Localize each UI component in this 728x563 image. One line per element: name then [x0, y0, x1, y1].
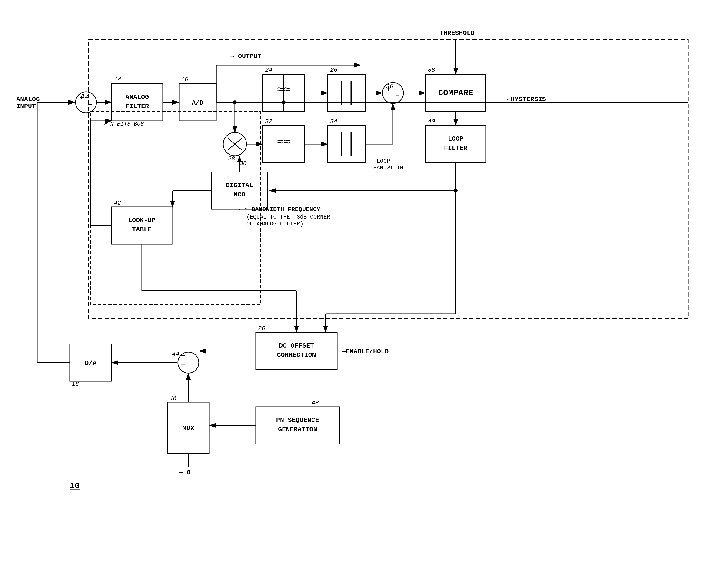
ref-44: 44: [172, 351, 179, 358]
svg-rect-27: [256, 332, 337, 370]
ref-48: 48: [312, 399, 319, 406]
output-label: → OUTPUT: [230, 53, 261, 60]
ref-24: 24: [265, 66, 272, 73]
svg-rect-76: [91, 112, 260, 305]
loop-bw-label2: BANDWIDTH: [373, 165, 403, 171]
svg-rect-13: [328, 126, 365, 163]
svg-rect-25: [112, 207, 172, 244]
svg-rect-24: [212, 172, 267, 209]
loop-filter-label1: LOOP: [448, 135, 463, 142]
lut-label1: LOOK-UP: [128, 217, 156, 224]
bw-freq-note2: OF ANALOG FILTER): [246, 221, 303, 227]
svg-point-44: [233, 100, 237, 104]
loop-bw-label1: LOOP: [377, 158, 390, 164]
enable-hold-label: ←ENABLE/HOLD: [342, 348, 389, 355]
bp2-symbol: ≈≈: [277, 136, 290, 149]
svg-text:−: −: [88, 101, 93, 109]
mux-label: MUX: [183, 425, 194, 432]
compare-label: COMPARE: [438, 88, 473, 98]
hystersis-label: ←HYSTERSIS: [507, 96, 546, 103]
diagram-container: 12 + − ANALOG FILTER 14 A/D 16 ≈≈ 24 26 …: [12, 12, 716, 551]
ref-26: 26: [330, 66, 337, 73]
svg-point-42: [282, 100, 286, 104]
svg-text:+: +: [386, 85, 391, 93]
nco-label1: DIGITAL: [226, 182, 253, 189]
svg-rect-9: [328, 74, 365, 112]
dc-label2: CORRECTION: [277, 351, 316, 359]
dac-label: D/A: [85, 360, 97, 367]
analog-input-label: ANALOG: [16, 96, 40, 103]
zero-label: ← 0: [179, 469, 191, 476]
ref-42: 42: [114, 199, 121, 206]
pn-label1: PN SEQUENCE: [276, 417, 319, 424]
adc-label: A/D: [192, 99, 203, 106]
ref-46: 46: [169, 395, 176, 402]
ref-20: 20: [258, 325, 265, 332]
nco-label2: NCO: [234, 191, 245, 198]
analog-input-label2: INPUT: [16, 103, 36, 110]
svg-rect-32: [256, 407, 339, 444]
pn-label2: GENERATION: [278, 426, 317, 433]
dc-label1: DC OFFSET: [279, 342, 314, 349]
n-bits-label: ↗ N-BITS BUS: [102, 121, 144, 127]
bw-freq-label: ↑ BANDWIDTH FREQUENCY: [244, 206, 320, 213]
ref-34: 34: [330, 118, 337, 125]
lut-label2: TABLE: [132, 226, 152, 233]
ref-28: 28: [228, 155, 235, 162]
svg-rect-20: [425, 126, 486, 163]
analog-filter-label2: FILTER: [126, 103, 149, 110]
svg-text:−: −: [395, 92, 399, 100]
ref-16: 16: [181, 76, 188, 83]
ref-18: 18: [72, 381, 79, 388]
svg-point-67: [454, 189, 458, 192]
svg-rect-6: [112, 84, 163, 121]
system-number: 10: [70, 481, 80, 491]
threshold-label: THRESHOLD: [439, 30, 475, 37]
ref-40: 40: [428, 118, 435, 125]
analog-filter-label1: ANALOG: [126, 93, 149, 101]
ref-14: 14: [114, 76, 121, 83]
svg-rect-2: [88, 40, 688, 318]
ref-30: 30: [239, 160, 247, 167]
ref-32: 32: [265, 118, 272, 125]
ref-38: 38: [428, 66, 435, 73]
bw-freq-note1: (EQUAL TO THE -3dB CORNER: [246, 214, 330, 220]
svg-text:+: +: [181, 361, 185, 369]
svg-text:+: +: [181, 352, 185, 360]
loop-filter-label2: FILTER: [444, 145, 468, 152]
svg-text:+: +: [80, 94, 84, 102]
